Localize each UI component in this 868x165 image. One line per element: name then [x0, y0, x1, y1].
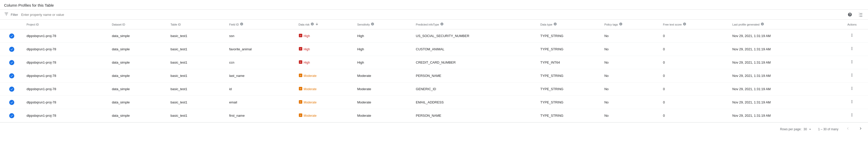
infoType-help-icon[interactable]: [440, 22, 444, 27]
risk-badge-icon: !!: [299, 33, 303, 38]
prev-page-button[interactable]: [844, 125, 851, 133]
free-text-score-cell: 0: [660, 56, 730, 69]
next-page-button[interactable]: [857, 125, 864, 133]
status-cell: [0, 56, 24, 69]
dataset-id-cell: data_simple: [109, 29, 167, 43]
page-info: 1 – 30 of many: [818, 128, 838, 131]
data-type-cell: TYPE_INT64: [537, 56, 601, 69]
rows-per-page-label: Rows per page:: [780, 128, 801, 131]
help-button[interactable]: [846, 11, 853, 18]
data-risk-cell: !! High: [296, 43, 354, 56]
actions-cell: [836, 56, 868, 69]
field-id-cell: first_name: [226, 109, 296, 122]
last-profile-cell: Nov 29, 2021, 1:31:19 AM: [729, 96, 836, 109]
risk-badge-label: High: [304, 48, 310, 51]
svg-text:!!: !!: [300, 34, 301, 37]
data-type-cell: TYPE_STRING: [537, 43, 601, 56]
svg-text:!!: !!: [300, 48, 301, 50]
table-row: dlppsbqrun1-proj-78 data_simple basic_te…: [0, 29, 868, 43]
status-cell: [0, 109, 24, 122]
row-actions-button[interactable]: [848, 85, 855, 93]
free-text-score-cell: 0: [660, 82, 730, 96]
row-actions-button[interactable]: [848, 32, 855, 40]
policy-tags-cell: No: [601, 82, 660, 96]
row-actions-button[interactable]: [848, 45, 855, 53]
field-id-cell: ssn: [226, 29, 296, 43]
risk-badge-icon: !!: [299, 100, 303, 105]
risk-badge-label: High: [304, 61, 310, 64]
table-row: dlppsbqrun1-proj-78 data_simple basic_te…: [0, 43, 868, 56]
policy-tags-cell: No: [601, 69, 660, 82]
last-profile-cell: Nov 29, 2021, 1:31:19 AM: [729, 82, 836, 96]
col-header-project: Project ID: [24, 20, 109, 29]
field-id-cell: favorite_animal: [226, 43, 296, 56]
project-id-cell: dlppsbqrun1-proj-78: [24, 29, 109, 43]
status-cell: [0, 29, 24, 43]
toolbar: Filter: [0, 9, 868, 20]
predicted-infoType-cell: EMAIL_ADDRESS: [413, 96, 537, 109]
sensitivity-help-icon[interactable]: [371, 22, 374, 27]
policy-tags-cell: No: [601, 43, 660, 56]
project-id-cell: dlppsbqrun1-proj-78: [24, 56, 109, 69]
columns-button[interactable]: [857, 11, 864, 18]
predicted-infoType-cell: PERSON_NAME: [413, 109, 537, 122]
data-risk-cell: !! Moderate: [296, 69, 354, 82]
col-header-field: Field ID: [226, 20, 296, 29]
data-risk-cell: !! Moderate: [296, 109, 354, 122]
data-type-cell: TYPE_STRING: [537, 82, 601, 96]
status-icon: [9, 87, 14, 92]
row-actions-button[interactable]: [848, 112, 855, 119]
data-risk-help-icon[interactable]: [311, 22, 314, 27]
dataset-id-cell: data_simple: [109, 69, 167, 82]
dataset-id-cell: data_simple: [109, 82, 167, 96]
risk-badge-icon: !!: [299, 87, 303, 91]
policy-help-icon[interactable]: [619, 22, 623, 27]
filter-input[interactable]: [21, 13, 844, 17]
actions-cell: [836, 43, 868, 56]
col-header-lastProfile: Last profile generated: [729, 20, 836, 29]
table-row: dlppsbqrun1-proj-78 data_simple basic_te…: [0, 69, 868, 82]
actions-cell: [836, 109, 868, 122]
table-row: dlppsbqrun1-proj-78 data_simple basic_te…: [0, 56, 868, 69]
free-text-score-cell: 0: [660, 109, 730, 122]
risk-badge-icon: !!: [299, 47, 303, 52]
table-id-cell: basic_test1: [167, 56, 226, 69]
data-type-cell: TYPE_STRING: [537, 109, 601, 122]
filter-label: Filter: [11, 13, 18, 17]
table-id-cell: basic_test1: [167, 96, 226, 109]
data-risk-cell: !! Moderate: [296, 82, 354, 96]
last-profile-cell: Nov 29, 2021, 1:31:19 AM: [729, 69, 836, 82]
policy-tags-cell: No: [601, 109, 660, 122]
last-profile-cell: Nov 29, 2021, 1:31:19 AM: [729, 43, 836, 56]
svg-text:!!: !!: [300, 101, 301, 103]
table-id-cell: basic_test1: [167, 69, 226, 82]
row-actions-button[interactable]: [848, 58, 855, 66]
dataset-id-cell: data_simple: [109, 96, 167, 109]
status-icon: [9, 47, 14, 52]
risk-badge-icon: !!: [299, 73, 303, 78]
table-row: dlppsbqrun1-proj-78 data_simple basic_te…: [0, 96, 868, 109]
row-actions-button[interactable]: [848, 72, 855, 80]
rows-per-page-container: Rows per page: 30: [780, 127, 812, 131]
sensitivity-cell: Moderate: [354, 69, 413, 82]
col-header-actions: Actions: [836, 20, 868, 29]
data-risk-cell: !! High: [296, 29, 354, 43]
col-header-data-risk: Data risk: [296, 20, 354, 29]
field-id-help-icon[interactable]: [240, 22, 243, 27]
svg-text:!!: !!: [300, 74, 301, 77]
dataType-help-icon[interactable]: [553, 22, 557, 27]
predicted-infoType-cell: PERSON_NAME: [413, 69, 537, 82]
data-type-cell: TYPE_STRING: [537, 29, 601, 43]
svg-text:!!: !!: [300, 114, 301, 116]
rows-per-page-select[interactable]: 30: [803, 127, 812, 131]
data-risk-cell: !! Moderate: [296, 96, 354, 109]
dataset-id-cell: data_simple: [109, 56, 167, 69]
svg-text:!!: !!: [300, 88, 301, 90]
row-actions-button[interactable]: [848, 98, 855, 106]
last-profile-cell: Nov 29, 2021, 1:31:19 AM: [729, 56, 836, 69]
freetext-help-icon[interactable]: [683, 22, 686, 27]
lastProfile-help-icon[interactable]: [761, 22, 764, 27]
col-header-dataset: Dataset ID: [109, 20, 167, 29]
risk-badge-label: High: [304, 34, 310, 38]
data-risk-sort-icon[interactable]: [315, 22, 319, 27]
